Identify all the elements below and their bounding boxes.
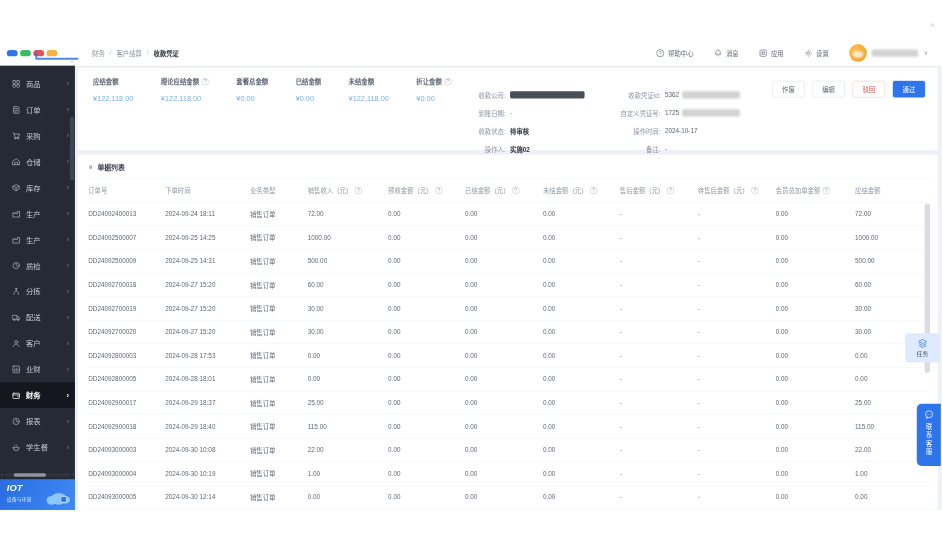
- sidebar-item-sorting[interactable]: 分拣›: [0, 278, 75, 304]
- help-center-button[interactable]: 帮助中心: [656, 48, 693, 57]
- apps-button[interactable]: 应用: [759, 48, 784, 57]
- layers-icon: [918, 338, 928, 348]
- detail-value: 5362: [665, 91, 740, 98]
- avatar[interactable]: [849, 44, 867, 62]
- sidebar-item-meal[interactable]: 学生餐›: [0, 434, 75, 460]
- info-icon[interactable]: ?: [667, 186, 674, 193]
- info-icon[interactable]: ?: [512, 186, 519, 193]
- scroll-left-icon[interactable]: ‹: [1, 471, 3, 477]
- cell: 72.00: [855, 210, 930, 217]
- sidebar-item-finance[interactable]: 财务›: [0, 382, 75, 408]
- scrollbar-thumb[interactable]: [14, 473, 46, 476]
- cell: 0.00: [465, 210, 543, 217]
- info-icon[interactable]: ?: [202, 78, 209, 85]
- cell: 2024-09-24 18:11: [165, 210, 250, 217]
- sidebar-item-warehouse[interactable]: 仓储›: [0, 148, 75, 174]
- sidebar-item-bizfinance[interactable]: 业财›: [0, 356, 75, 382]
- column-header: 销售收入（元）?: [308, 185, 388, 194]
- cell: 0.00: [543, 234, 620, 241]
- cell: -: [620, 352, 698, 359]
- detail-field: 收款凭证id:5362: [598, 86, 780, 104]
- info-icon[interactable]: ?: [355, 186, 362, 193]
- breadcrumb-customer-settlement[interactable]: 客户结算: [116, 48, 141, 57]
- cell: 销售订单: [250, 398, 308, 407]
- cell: 0.00: [465, 234, 543, 241]
- sidebar-item-production[interactable]: 生产›: [0, 226, 75, 252]
- cell: 0.00: [308, 494, 388, 501]
- sidebar-item-quality[interactable]: 质检›: [0, 252, 75, 278]
- table-row: DD240927000192024-09-27 15:20销售订单30.000.…: [88, 297, 930, 321]
- cell: 0.00: [776, 328, 855, 335]
- customer-icon: [12, 339, 21, 348]
- task-label: 任务: [917, 349, 929, 357]
- info-icon[interactable]: ?: [751, 186, 758, 193]
- detail-value: 实施02: [510, 145, 530, 154]
- cell: 销售订单: [250, 280, 308, 289]
- logo-pill-blue: [7, 50, 18, 56]
- info-icon[interactable]: ?: [590, 186, 597, 193]
- table-row: DD240928000052024-09-28 18:01销售订单0.000.0…: [88, 368, 930, 392]
- user-menu[interactable]: ∨: [849, 44, 928, 62]
- bizfinance-icon: [12, 365, 21, 374]
- cell: 0.00: [543, 328, 620, 335]
- logo-pill-green: [20, 50, 31, 56]
- cell: 0.00: [543, 281, 620, 288]
- sidebar-item-label: 业财: [26, 364, 41, 374]
- breadcrumb-finance[interactable]: 财务: [92, 48, 105, 57]
- info-icon[interactable]: ?: [435, 186, 442, 193]
- cell: 500.00: [308, 257, 388, 264]
- contact-service-button[interactable]: 联系客服: [917, 404, 941, 466]
- cell: 25.00: [308, 399, 388, 406]
- cell: 0.00: [776, 399, 855, 406]
- settings-button[interactable]: 设置: [804, 48, 829, 57]
- sidebar-item-inventory[interactable]: 库存›: [0, 174, 75, 200]
- collapse-section-icon[interactable]: ∨: [88, 163, 93, 170]
- approve-button[interactable]: 通过: [893, 81, 925, 98]
- metric-label: 未结金额: [349, 77, 389, 86]
- app-logo[interactable]: [0, 40, 75, 65]
- sidebar-item-report[interactable]: 报表›: [0, 408, 75, 434]
- cell: 0.00: [308, 352, 388, 359]
- task-widget[interactable]: 任务: [905, 333, 940, 362]
- cell: 2024-09-25 14:25: [165, 234, 250, 241]
- detail-field: 操作时间:2024-10-17: [598, 122, 780, 140]
- app-window: ^ 财务 / 客户结算 / 收款凭证 帮助中心: [0, 0, 942, 543]
- cell: -: [698, 281, 776, 288]
- sidebar-item-delivery[interactable]: 配送›: [0, 304, 75, 330]
- cell: 0.00: [465, 470, 543, 477]
- cell: -: [698, 305, 776, 312]
- void-button[interactable]: 作废: [772, 81, 804, 98]
- cell: -: [620, 399, 698, 406]
- cell: DD24092700019: [88, 305, 165, 312]
- chevron-right-icon: ›: [66, 365, 69, 374]
- cell: DD24092900018: [88, 423, 165, 430]
- messages-button[interactable]: 消息: [714, 48, 739, 57]
- sorting-icon: [12, 287, 21, 296]
- cell: 0.00: [465, 257, 543, 264]
- sidebar-item-purchase[interactable]: 采购›: [0, 123, 75, 149]
- column-header: 应结金额: [855, 185, 930, 194]
- scrollbar-up-arrow-icon[interactable]: ^: [930, 22, 935, 32]
- sidebar-item-order[interactable]: 订单›: [0, 97, 75, 123]
- scroll-right-icon[interactable]: ›: [72, 471, 74, 477]
- sidebar-horizontal-scrollbar[interactable]: ‹ ›: [0, 471, 75, 478]
- chevron-right-icon: ›: [66, 443, 69, 452]
- chevron-right-icon: ›: [66, 105, 69, 114]
- cell: 0.00: [543, 257, 620, 264]
- sidebar-scroll-up-icon[interactable]: ^: [70, 58, 74, 67]
- sidebar-item-goods[interactable]: 商品›: [0, 71, 75, 97]
- voucher-details: 收款公司:到账日期:-收款状态:待审核操作人:实施02 收款凭证id:5362自…: [455, 86, 780, 159]
- sidebar-vertical-scrollbar[interactable]: [70, 117, 74, 181]
- info-icon[interactable]: ?: [444, 78, 451, 85]
- cell: 0.00: [543, 446, 620, 453]
- cell: 销售订单: [250, 233, 308, 242]
- reject-button[interactable]: 驳回: [853, 81, 885, 98]
- sidebar-item-production[interactable]: 生产›: [0, 200, 75, 226]
- info-icon[interactable]: ?: [823, 186, 830, 193]
- iot-module-banner[interactable]: IOT 设备与环境: [0, 479, 75, 509]
- cell: 0.00: [388, 305, 465, 312]
- cell: -: [620, 234, 698, 241]
- detail-field: 收款公司:: [455, 86, 598, 104]
- sidebar-item-customer[interactable]: 客户›: [0, 330, 75, 356]
- edit-button[interactable]: 编辑: [812, 81, 844, 98]
